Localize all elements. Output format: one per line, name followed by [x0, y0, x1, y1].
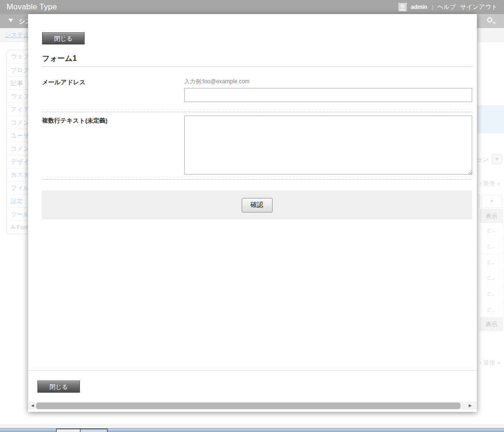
footer-divider [28, 370, 477, 371]
email-field-label: メールアドレス [42, 78, 86, 87]
os-taskbar-edge [0, 428, 504, 432]
taskbar-window-button[interactable] [80, 429, 108, 432]
multiline-textarea[interactable] [184, 116, 472, 175]
taskbar-window-button[interactable] [56, 429, 80, 432]
scrollbar-right-arrow[interactable]: ▶ [467, 402, 474, 409]
multiline-field-label: 複数行テキスト(未定義) [42, 117, 108, 125]
scrollbar-left-arrow[interactable]: ◀ [29, 402, 36, 409]
form-actions-bar: 確認 [42, 190, 472, 220]
field-divider [42, 112, 472, 112]
scrollbar-thumb[interactable] [36, 403, 461, 409]
form-preview-dialog: 閉じる フォーム1 メールアドレス 入力例:foo@example.com 複数… [28, 14, 477, 412]
close-button-top[interactable]: 閉じる [42, 32, 85, 44]
confirm-button[interactable]: 確認 [242, 198, 273, 212]
title-divider [42, 66, 472, 67]
form-title: フォーム1 [42, 54, 77, 64]
field-divider [42, 179, 472, 180]
email-field-hint: 入力例:foo@example.com [184, 78, 250, 86]
close-button-bottom[interactable]: 閉じる [37, 381, 80, 393]
email-input[interactable] [184, 88, 472, 102]
